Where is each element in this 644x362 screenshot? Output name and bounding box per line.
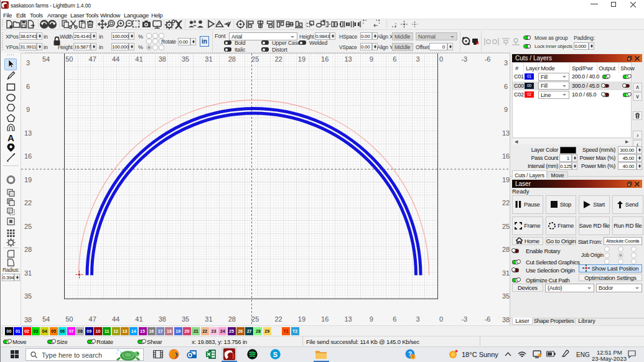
svg-text:S: S bbox=[273, 351, 278, 358]
svg-text:A: A bbox=[7, 132, 14, 143]
